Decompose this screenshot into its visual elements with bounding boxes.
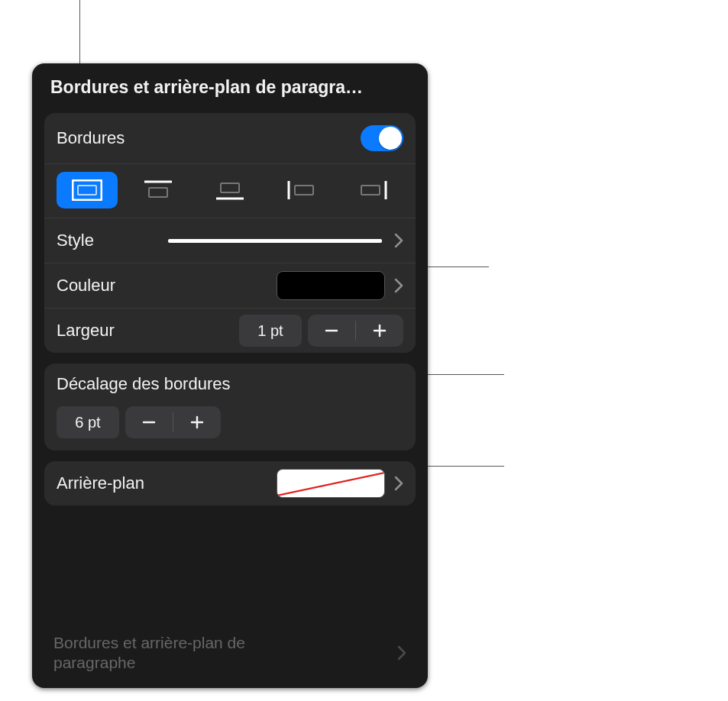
borders-toggle[interactable] — [361, 125, 403, 151]
svg-rect-1 — [78, 186, 96, 195]
svg-rect-3 — [149, 188, 167, 197]
border-left-icon — [286, 179, 317, 201]
border-top-icon — [143, 179, 173, 201]
border-width-value[interactable]: 1 pt — [239, 315, 302, 347]
parent-menu-item-label: Bordures et arrière-plan de paragraphe — [53, 633, 283, 674]
chevron-right-icon — [394, 278, 403, 293]
border-offset-increment-button[interactable] — [173, 406, 221, 438]
chevron-right-icon — [394, 476, 403, 491]
svg-rect-8 — [361, 186, 380, 195]
border-offset-stepper — [125, 406, 221, 438]
border-color-row[interactable]: Couleur — [44, 263, 416, 308]
border-width-decrement-button[interactable] — [308, 315, 355, 347]
plus-icon — [189, 414, 205, 431]
background-swatch-none — [277, 469, 385, 498]
border-position-bottom[interactable] — [199, 172, 260, 208]
chevron-right-icon — [397, 645, 406, 661]
parent-menu-item[interactable]: Bordures et arrière-plan de paragraphe — [44, 624, 416, 682]
border-offset-label: Décalage des bordures — [57, 374, 403, 394]
border-style-label: Style — [57, 231, 94, 250]
border-width-stepper — [308, 315, 403, 347]
borders-toggle-row: Bordures — [44, 113, 416, 163]
border-offset-row: Décalage des bordures 6 pt — [44, 363, 416, 451]
border-position-all[interactable] — [57, 172, 118, 208]
border-offset-decrement-button[interactable] — [125, 406, 173, 438]
border-color-swatch — [277, 271, 385, 300]
border-all-icon — [72, 179, 102, 201]
border-position-top[interactable] — [128, 172, 189, 208]
border-style-preview — [168, 239, 382, 243]
background-label: Arrière-plan — [57, 473, 144, 493]
svg-rect-4 — [221, 183, 239, 192]
border-width-increment-button[interactable] — [356, 315, 403, 347]
background-group: Arrière-plan — [44, 461, 416, 506]
border-right-icon — [358, 179, 388, 201]
border-color-label: Couleur — [57, 276, 115, 296]
chevron-right-icon — [394, 233, 403, 248]
borders-label: Bordures — [57, 128, 125, 148]
border-position-right[interactable] — [342, 172, 403, 208]
border-width-label: Largeur — [57, 321, 115, 341]
border-style-row[interactable]: Style — [44, 218, 416, 263]
svg-rect-7 — [295, 186, 313, 195]
border-width-row: Largeur 1 pt — [44, 308, 416, 353]
borders-group: Bordures — [44, 113, 416, 353]
border-offset-value[interactable]: 6 pt — [57, 406, 119, 438]
minus-icon — [141, 414, 157, 431]
minus-icon — [323, 322, 340, 339]
plus-icon — [371, 322, 388, 339]
border-positions — [44, 163, 416, 218]
svg-rect-0 — [73, 180, 102, 200]
panel-title: Bordures et arrière-plan de paragra… — [32, 63, 428, 102]
background-row[interactable]: Arrière-plan — [44, 461, 416, 506]
borders-panel: Bordures et arrière-plan de paragra… Bor… — [32, 63, 428, 688]
border-offset-group: Décalage des bordures 6 pt — [44, 363, 416, 451]
border-bottom-icon — [215, 179, 245, 201]
border-position-left[interactable] — [271, 172, 332, 208]
